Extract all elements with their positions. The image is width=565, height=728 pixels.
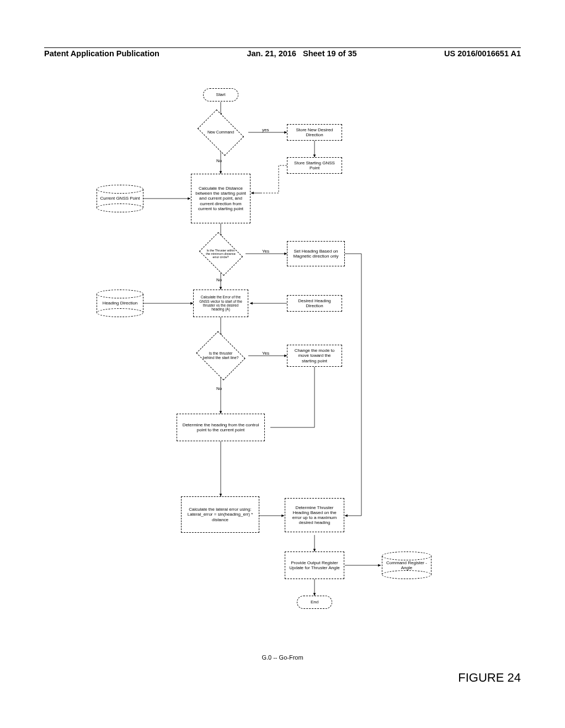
pub-label: Patent Application Publication (44, 49, 159, 58)
proc-set-heading: Set Heading Based on Magnetic direction … (287, 241, 345, 266)
flowchart: Start New Command yes No Store New Desir… (44, 85, 521, 648)
db-current-gnss: Current GNSS Point (97, 185, 143, 212)
db-command-register: Command Register - Angle (382, 552, 431, 579)
label-yes: yes (262, 127, 269, 132)
proc-calc-error: Calculate the Error of the GNSS vector t… (193, 290, 248, 317)
decision-behind-line: Is the thruster behind the start line? (193, 334, 248, 378)
proc-desired-heading: Desired Heading Direction (287, 295, 342, 312)
label-yes-2: Yes (262, 249, 269, 254)
label-no-3: No (216, 386, 222, 391)
end-node: End (297, 596, 332, 609)
proc-change-mode: Change the mode to move toward the start… (287, 345, 342, 367)
proc-lateral-error: Calculate the lateral error using: Later… (181, 496, 259, 533)
proc-thruster-heading: Determine Thruster Heading Based on the … (285, 498, 344, 532)
connector-arrows (44, 85, 521, 648)
decision-new-command: New Command (193, 113, 248, 152)
proc-determine-heading: Determine the heading from the control p… (177, 414, 265, 441)
label-no: No (216, 158, 222, 163)
figure-number: FIGURE 24 (458, 671, 521, 685)
proc-store-gnss: Store Starting GNSS Point (287, 157, 342, 174)
pub-date: Jan. 21, 2016 Sheet 19 of 35 (247, 49, 356, 58)
pub-number: US 2016/0016651 A1 (444, 49, 521, 58)
start-node: Start (203, 88, 238, 101)
db-heading-direction: Heading Direction (97, 290, 143, 317)
proc-output-register: Provide Output Register Update for Thrus… (285, 552, 344, 579)
proc-store-direction: Store New Desired Direction (287, 124, 342, 141)
label-yes-3: Yes (262, 351, 269, 356)
diagram-caption: G.0 -- Go-From (262, 654, 303, 661)
decision-within-circle: Is the Thruster within the minimum dista… (196, 234, 246, 273)
label-no-2: No (216, 277, 222, 282)
proc-calc-distance: Calculate the Distance between the start… (191, 174, 250, 223)
page-header: Patent Application Publication Jan. 21, … (44, 47, 521, 58)
